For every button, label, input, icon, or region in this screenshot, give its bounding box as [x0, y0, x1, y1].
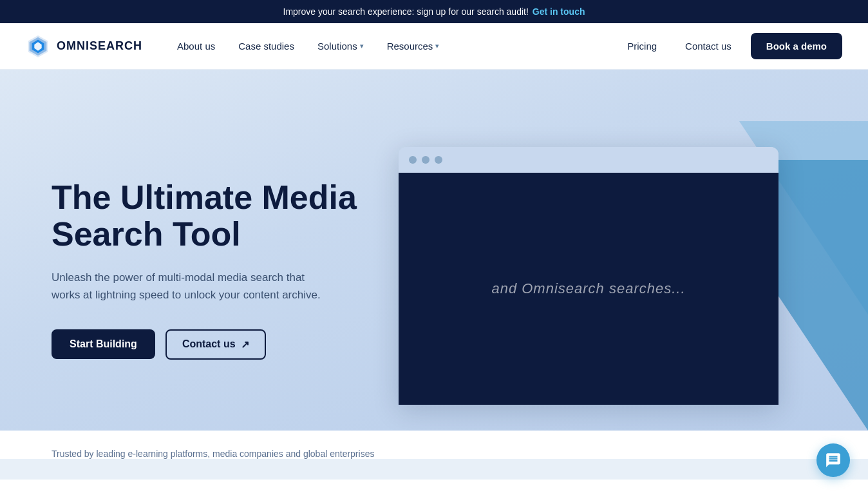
hero-left: The Ultimate Media Search Tool Unleash t…	[52, 179, 361, 360]
trusted-text: Trusted by leading e-learning platforms,…	[52, 449, 816, 459]
hero-title: The Ultimate Media Search Tool	[52, 179, 361, 253]
hero-right: and Omnisearch searches...	[361, 134, 816, 405]
nav-contact[interactable]: Contact us	[676, 35, 741, 57]
logo-link[interactable]: OMNISEARCH	[26, 34, 142, 59]
trusted-section: Trusted by leading e-learning platforms,…	[0, 431, 868, 459]
nav-links: About us Case studies Solutions ▾ Resour…	[168, 35, 618, 57]
nav-pricing[interactable]: Pricing	[618, 35, 666, 57]
nav-about[interactable]: About us	[168, 35, 224, 57]
hero-section: The Ultimate Media Search Tool Unleash t…	[0, 70, 868, 431]
book-demo-button[interactable]: Book a demo	[751, 33, 842, 59]
browser-demo-text: and Omnisearch searches...	[491, 280, 685, 297]
nav-case-studies[interactable]: Case studies	[229, 35, 303, 57]
logos-row: THINKIFIC Sensory Integration Education …	[0, 480, 868, 495]
browser-bar	[399, 147, 778, 173]
browser-dot-1	[409, 156, 417, 164]
resources-chevron-icon: ▾	[435, 42, 439, 50]
browser-mockup: and Omnisearch searches...	[399, 147, 778, 405]
banner-cta[interactable]: Get in touch	[533, 6, 585, 17]
start-building-button[interactable]: Start Building	[52, 329, 155, 359]
browser-dot-2	[422, 156, 429, 164]
hero-subtitle: Unleash the power of multi-modal media s…	[52, 269, 322, 304]
navbar: OMNISEARCH About us Case studies Solutio…	[0, 23, 868, 70]
nav-right: Pricing Contact us Book a demo	[618, 33, 842, 59]
browser-content: and Omnisearch searches...	[399, 173, 778, 405]
top-banner: Improve your search experience: sign up …	[0, 0, 868, 23]
chat-widget[interactable]	[816, 443, 850, 477]
arrow-icon: ↗	[241, 338, 249, 351]
logo-text: OMNISEARCH	[57, 39, 142, 53]
logo-icon	[26, 34, 50, 59]
hero-buttons: Start Building Contact us ↗	[52, 329, 361, 360]
nav-solutions[interactable]: Solutions ▾	[308, 35, 373, 57]
browser-dot-3	[435, 156, 442, 164]
nav-resources[interactable]: Resources ▾	[378, 35, 449, 57]
solutions-chevron-icon: ▾	[360, 42, 364, 50]
contact-us-button[interactable]: Contact us ↗	[165, 329, 266, 360]
banner-message: Improve your search experience: sign up …	[283, 6, 529, 17]
chat-icon	[825, 452, 842, 469]
